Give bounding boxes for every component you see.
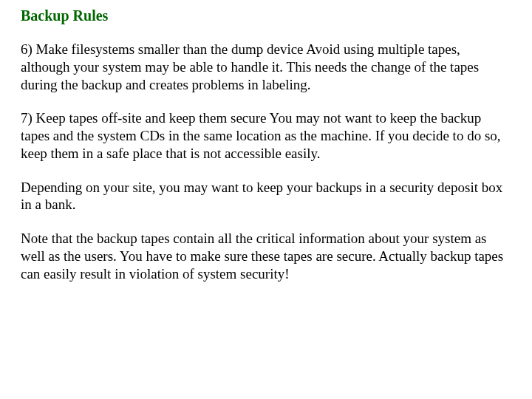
paragraph-security: Note that the backup tapes contain all t… [21, 230, 511, 282]
paragraph-rule-7: 7) Keep tapes off-site and keep them sec… [21, 109, 511, 162]
page-title: Backup Rules [21, 7, 511, 24]
paragraph-deposit: Depending on your site, you may want to … [21, 179, 511, 214]
paragraph-rule-6: 6) Make filesystems smaller than the dum… [21, 41, 511, 93]
document-page: Backup Rules 6) Make filesystems smaller… [0, 0, 532, 312]
